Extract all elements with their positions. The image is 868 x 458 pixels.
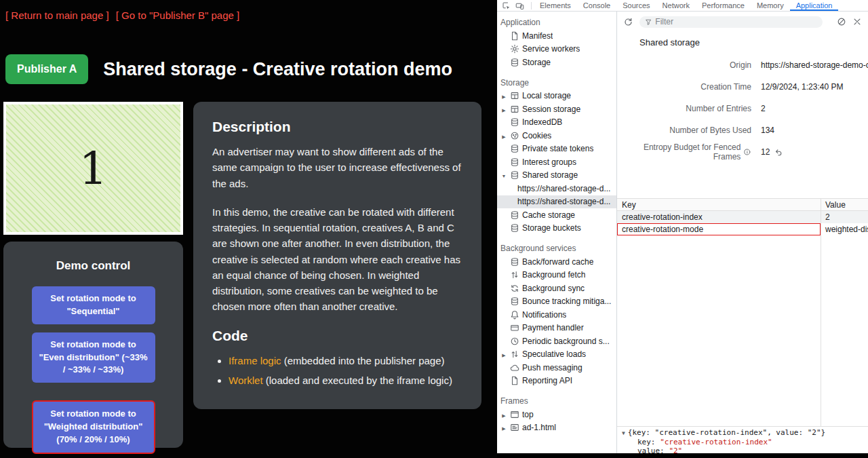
table-row[interactable]: creative-rotation-mode weighted-dist [617, 223, 868, 235]
preview-object-line: {key: "creative-rotation-index", value: … [622, 428, 863, 438]
sidebar-item-storage-buckets[interactable]: Storage buckets [497, 222, 616, 235]
tab-memory[interactable]: Memory [751, 0, 790, 11]
preview-key: key: [637, 438, 656, 446]
sidebar-section-application: Application [497, 16, 616, 29]
tab-performance[interactable]: Performance [696, 0, 751, 11]
sidebar-item-background-fetch[interactable]: Background fetch [497, 269, 616, 282]
sidebar-item-cache-storage[interactable]: Cache storage [497, 208, 616, 222]
sidebar-item-speculative-loads[interactable]: Speculative loads [497, 348, 616, 362]
metadata-row-entropy-budget: Entropy Budget for Fenced Frames 12 [617, 141, 868, 163]
set-even-distribution-button[interactable]: Set rotation mode to "Even distribution"… [32, 332, 155, 383]
sidebar-item-manifest[interactable]: Manifest [497, 29, 616, 43]
description-panel: Description An advertiser may want to sh… [193, 102, 481, 409]
sidebar-item-notifications[interactable]: Notifications [497, 308, 616, 322]
sidebar-item-label: Storage buckets [522, 223, 581, 233]
sidebar-item-label: Cache storage [522, 210, 575, 220]
table-cell-key[interactable]: creative-rotation-index [617, 211, 821, 223]
sidebar-item-back-forward-cache[interactable]: Back/forward cache [497, 255, 616, 269]
value-column-header[interactable]: Value [821, 199, 868, 210]
sidebar-item-shared-storage-origin-1[interactable]: https://shared-storage-d... [497, 182, 616, 195]
tab-network[interactable]: Network [656, 0, 696, 11]
column-divider[interactable] [821, 199, 821, 426]
close-icon[interactable] [852, 17, 862, 26]
sidebar-item-label: Background fetch [522, 270, 585, 280]
chevron-down-icon[interactable] [500, 170, 507, 180]
sidebar-item-local-storage[interactable]: Local storage [497, 90, 616, 103]
database-icon [510, 144, 519, 153]
up-down-arrows-icon [510, 349, 519, 359]
publisher-a-badge[interactable]: Publisher A [5, 54, 88, 84]
sidebar-item-periodic-background-sync[interactable]: Periodic background s... [497, 335, 616, 348]
sidebar-item-storage[interactable]: Storage [497, 56, 616, 69]
triangle-down-icon[interactable] [622, 428, 628, 437]
creative-number: 1 [79, 142, 108, 195]
sidebar-item-indexeddb[interactable]: IndexedDB [497, 116, 616, 130]
refresh-icon[interactable] [623, 17, 633, 27]
devtools-body: Application Manifest Service workers Sto… [497, 12, 868, 453]
chevron-right-icon[interactable] [500, 423, 507, 432]
sidebar-item-bounce-tracking-mitigations[interactable]: Bounce tracking mitiga... [497, 295, 616, 309]
tab-sources[interactable]: Sources [616, 0, 656, 11]
sidebar-item-payment-handler[interactable]: Payment handler [497, 322, 616, 335]
filter-input[interactable] [655, 17, 817, 26]
sidebar-item-cookies[interactable]: Cookies [497, 129, 616, 142]
metadata-value-text: 12 [761, 147, 770, 157]
cloud-icon [510, 363, 519, 373]
toolbar-separator [531, 2, 532, 9]
chevron-right-icon[interactable] [500, 131, 507, 140]
sidebar-item-label: Private state tokens [522, 144, 593, 153]
return-to-main-page-link[interactable]: [ Return to main page ] [5, 9, 109, 21]
set-weighted-distribution-button[interactable]: Set rotation mode to "Weighted distribut… [32, 400, 155, 454]
sidebar-item-background-sync[interactable]: Background sync [497, 282, 616, 295]
clear-all-icon[interactable] [837, 17, 846, 26]
sidebar-item-private-state-tokens[interactable]: Private state tokens [497, 142, 616, 156]
sidebar-item-label: Bounce tracking mitiga... [522, 297, 611, 306]
device-toolbar-icon[interactable] [515, 1, 524, 10]
metadata-label: Entropy Budget for Fenced Frames [617, 142, 751, 161]
iframe-logic-link[interactable]: Iframe logic [229, 355, 281, 366]
preview-object-text: {key: "creative-rotation-index", value: … [628, 428, 825, 437]
table-row[interactable]: creative-rotation-index 2 [617, 211, 868, 223]
list-item: Iframe logic (embedded into the publishe… [229, 353, 462, 368]
sidebar-item-session-storage[interactable]: Session storage [497, 102, 616, 116]
sidebar-item-push-messaging[interactable]: Push messaging [497, 361, 616, 375]
document-icon [510, 376, 519, 385]
sidebar-item-label: Background sync [522, 284, 585, 293]
sidebar-item-interest-groups[interactable]: Interest groups [497, 155, 616, 169]
sidebar-item-service-workers[interactable]: Service workers [497, 43, 616, 56]
sidebar-item-frame-ad-1[interactable]: ad-1.html [497, 421, 616, 435]
set-sequential-button[interactable]: Set rotation mode to "Sequential" [32, 286, 155, 324]
sidebar-item-reporting-api[interactable]: Reporting API [497, 375, 616, 388]
chevron-right-icon[interactable] [500, 104, 507, 114]
table-cell-value[interactable]: 2 [821, 211, 868, 223]
shared-storage-panel: Shared storage Origin https://shared-sto… [617, 12, 868, 453]
sidebar-item-label: ad-1.html [522, 423, 556, 432]
metadata-value: 2 [751, 104, 868, 113]
panel-title: Shared storage [617, 32, 868, 52]
worklet-link[interactable]: Worklet [229, 375, 263, 386]
tab-elements[interactable]: Elements [534, 0, 577, 11]
sidebar-item-shared-storage-origin-2[interactable]: https://shared-storage-d... [497, 195, 616, 209]
devtools-tab-bar: Elements Console Sources Network Perform… [497, 0, 868, 12]
reset-budget-icon[interactable] [774, 148, 783, 157]
sidebar-item-label: Service workers [522, 44, 580, 54]
chevron-right-icon[interactable] [500, 349, 507, 359]
sidebar-item-frame-top[interactable]: top [497, 408, 616, 421]
tab-console[interactable]: Console [577, 0, 616, 11]
key-column-header[interactable]: Key [617, 199, 821, 210]
tab-application[interactable]: Application [790, 0, 839, 11]
database-icon [510, 58, 519, 67]
inspect-element-icon[interactable] [502, 1, 511, 10]
sidebar-item-label: Reporting API [522, 376, 572, 385]
info-icon[interactable] [743, 148, 751, 156]
preview-entry: value: "2" [622, 446, 863, 453]
chevron-right-icon[interactable] [500, 410, 507, 419]
chevron-right-icon[interactable] [500, 91, 507, 100]
table-cell-value[interactable]: weighted-dist [821, 223, 868, 235]
table-cell-key-highlighted[interactable]: creative-rotation-mode [617, 223, 821, 235]
metadata-label: Number of Bytes Used [669, 126, 751, 135]
database-icon [510, 157, 519, 167]
sidebar-item-shared-storage[interactable]: Shared storage [497, 169, 616, 183]
go-to-publisher-b-link[interactable]: [ Go to "Publisher B" page ] [116, 9, 239, 21]
description-heading: Description [212, 119, 462, 135]
